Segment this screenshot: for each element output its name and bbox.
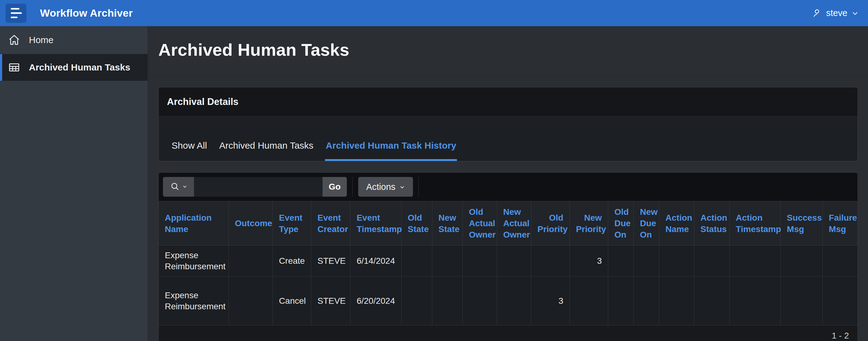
cell-outcome: [229, 246, 273, 276]
cell-new-actual-owner: [497, 246, 531, 276]
tab-show-all[interactable]: Show All: [171, 140, 208, 161]
cell-action-name: [659, 246, 694, 276]
column-header-success-msg[interactable]: Success Msg: [781, 201, 823, 246]
cell-event-type: Create: [273, 246, 311, 276]
interactive-report: Go Actions Applicati: [158, 172, 858, 341]
table-header-row: Application NameOutcomeEvent TypeEvent C…: [159, 201, 858, 246]
table-row: Expense ReimbursementCreateSTEVE6/14/202…: [159, 246, 858, 276]
search-options-button[interactable]: [163, 177, 194, 197]
actions-label: Actions: [366, 182, 395, 192]
cell-new-state: [432, 276, 463, 325]
user-name: steve: [826, 8, 847, 18]
cell-action-status: [694, 246, 730, 276]
toolbar-divider: [352, 177, 353, 197]
main-content: Archived Human Tasks Archival Details Sh…: [148, 26, 868, 341]
column-header-new-state[interactable]: New State: [432, 201, 463, 246]
cell-failure-msg: [823, 246, 858, 276]
cell-action-status: [694, 276, 730, 325]
cell-action-timestamp: [729, 246, 780, 276]
column-header-event-creator[interactable]: Event Creator: [311, 201, 350, 246]
cell-new-priority: 3: [570, 246, 608, 276]
cell-old-actual-owner: [463, 276, 497, 325]
cell-old-due-on: [608, 246, 634, 276]
table-icon: [7, 61, 21, 74]
cell-new-actual-owner: [497, 276, 531, 325]
table-row: Expense ReimbursementCancelSTEVE6/20/202…: [159, 276, 858, 325]
hamburger-icon: [11, 8, 19, 9]
cell-old-due-on: [608, 276, 634, 325]
app-title: Workflow Archiver: [40, 7, 133, 19]
cell-new-due-on: [634, 246, 659, 276]
cell-success-msg: [781, 246, 823, 276]
column-header-old-actual-owner[interactable]: Old Actual Owner: [463, 201, 497, 246]
column-header-old-priority[interactable]: Old Priority: [531, 201, 570, 246]
pagination-range: 1 - 2: [832, 331, 849, 341]
report-toolbar: Go Actions: [159, 173, 858, 201]
column-header-event-timestamp[interactable]: Event Timestamp: [350, 201, 401, 246]
cell-new-priority: [570, 276, 608, 325]
tab-bar: Show All Archived Human Tasks Archived H…: [171, 140, 457, 161]
actions-menu-button[interactable]: Actions: [358, 177, 413, 197]
workflow-archiver-app: Workflow Archiver steve Home Archived H: [0, 0, 868, 341]
column-header-event-type[interactable]: Event Type: [273, 201, 311, 246]
cell-old-state: [401, 276, 432, 325]
tab-archived-human-task-history[interactable]: Archived Human Task History: [325, 140, 457, 161]
report-table: Application NameOutcomeEvent TypeEvent C…: [159, 201, 858, 325]
search-bar: Go: [163, 177, 347, 197]
column-header-new-due-on[interactable]: New Due On: [634, 201, 659, 246]
cell-new-state: [432, 246, 463, 276]
search-input[interactable]: [194, 177, 322, 197]
panel-title: Archival Details: [167, 96, 239, 107]
cell-old-priority: [531, 246, 570, 276]
user-menu-button[interactable]: steve: [812, 8, 859, 19]
cell-old-actual-owner: [463, 246, 497, 276]
sidebar-item-label: Home: [29, 35, 54, 45]
sidebar-nav: Home Archived Human Tasks: [0, 26, 148, 341]
cell-old-priority: 3: [531, 276, 570, 325]
go-button[interactable]: Go: [322, 177, 347, 197]
cell-action-name: [659, 276, 694, 325]
pagination: 1 - 2: [159, 325, 858, 341]
cell-outcome: [229, 276, 273, 325]
cell-event-timestamp: 6/14/2024: [350, 246, 401, 276]
nav-menu-toggle-button[interactable]: [5, 4, 26, 23]
cell-failure-msg: [823, 276, 858, 325]
cell-new-due-on: [634, 276, 659, 325]
tab-archived-human-tasks[interactable]: Archived Human Tasks: [219, 140, 314, 161]
column-header-action-timestamp[interactable]: Action Timestamp: [729, 201, 780, 246]
column-header-application-name[interactable]: Application Name: [159, 201, 229, 246]
sidebar-item-archived-human-tasks[interactable]: Archived Human Tasks: [0, 54, 148, 81]
column-header-action-name[interactable]: Action Name: [659, 201, 694, 246]
sidebar-item-label: Archived Human Tasks: [29, 62, 130, 73]
cell-success-msg: [781, 276, 823, 325]
top-bar: Workflow Archiver steve: [0, 0, 868, 26]
sidebar-item-home[interactable]: Home: [0, 26, 148, 54]
column-header-old-state[interactable]: Old State: [401, 201, 432, 246]
column-header-old-due-on[interactable]: Old Due On: [608, 201, 634, 246]
cell-event-creator: STEVE: [311, 276, 350, 325]
chevron-down-icon: [399, 182, 405, 192]
column-header-action-status[interactable]: Action Status: [694, 201, 730, 246]
cell-event-type: Cancel: [273, 276, 311, 325]
search-icon: [170, 181, 180, 192]
cell-application-name: Expense Reimbursement: [159, 246, 229, 276]
home-icon: [7, 33, 21, 47]
page-title: Archived Human Tasks: [158, 40, 858, 60]
user-icon: [812, 8, 822, 19]
page-header: Archived Human Tasks: [148, 26, 868, 76]
cell-event-timestamp: 6/20/2024: [350, 276, 401, 325]
column-header-new-priority[interactable]: New Priority: [570, 201, 608, 246]
panel-header: Archival Details: [159, 87, 858, 116]
chevron-down-icon: [851, 9, 859, 17]
column-header-new-actual-owner[interactable]: New Actual Owner: [497, 201, 531, 246]
archival-details-panel: Archival Details Show All Archived Human…: [158, 87, 858, 161]
toolbar-divider: [418, 177, 419, 197]
chevron-down-icon: [182, 184, 187, 190]
cell-action-timestamp: [729, 276, 780, 325]
cell-event-creator: STEVE: [311, 246, 350, 276]
column-header-failure-msg[interactable]: Failure Msg: [823, 201, 858, 246]
cell-application-name: Expense Reimbursement: [159, 276, 229, 325]
cell-old-state: [401, 246, 432, 276]
column-header-outcome[interactable]: Outcome: [229, 201, 273, 246]
